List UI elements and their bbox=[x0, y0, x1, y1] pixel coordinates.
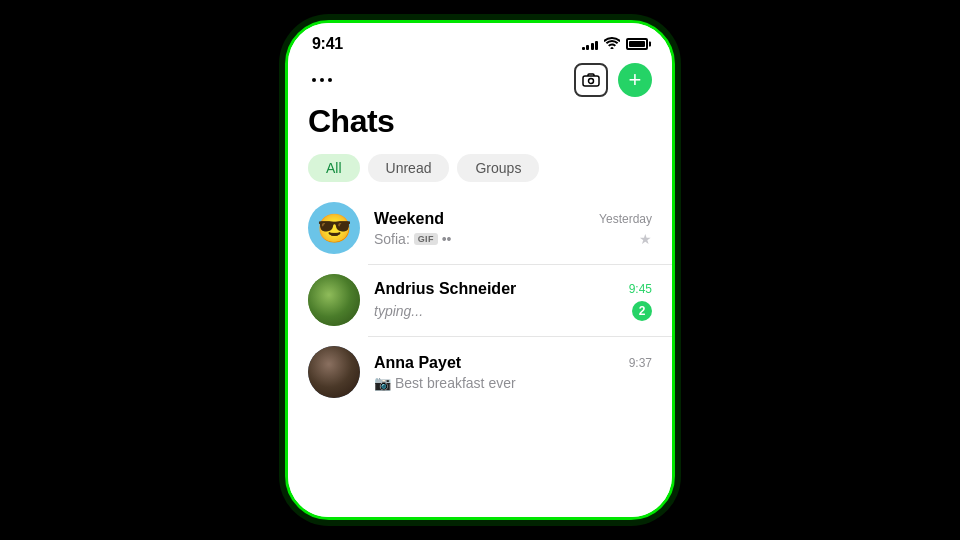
svg-rect-0 bbox=[583, 76, 599, 86]
avatar-anna bbox=[308, 346, 360, 398]
status-bar: 9:41 bbox=[288, 23, 672, 57]
chat-content-andrius: Andrius Schneider 9:45 typing... 2 bbox=[374, 280, 652, 321]
chat-preview-andrius: typing... bbox=[374, 303, 423, 319]
new-chat-button[interactable]: + bbox=[618, 63, 652, 97]
filter-tab-groups[interactable]: Groups bbox=[457, 154, 539, 182]
chat-list: 😎 Weekend Yesterday Sofia: GIF •• ★ bbox=[288, 192, 672, 517]
chat-time-anna: 9:37 bbox=[629, 356, 652, 370]
chat-bottom-weekend: Sofia: GIF •• ★ bbox=[374, 231, 652, 247]
camera-button[interactable] bbox=[574, 63, 608, 97]
status-icons bbox=[582, 36, 649, 52]
chat-name-anna: Anna Payet bbox=[374, 354, 461, 372]
chat-item-weekend[interactable]: 😎 Weekend Yesterday Sofia: GIF •• ★ bbox=[288, 192, 672, 264]
filter-tabs: All Unread Groups bbox=[288, 148, 672, 192]
chat-preview-anna: 📷 Best breakfast ever bbox=[374, 375, 516, 391]
chat-name-andrius: Andrius Schneider bbox=[374, 280, 516, 298]
filter-tab-unread[interactable]: Unread bbox=[368, 154, 450, 182]
more-options-button[interactable] bbox=[308, 74, 336, 86]
chat-name-weekend: Weekend bbox=[374, 210, 444, 228]
svg-point-1 bbox=[589, 79, 594, 84]
unread-badge-andrius: 2 bbox=[632, 301, 652, 321]
chat-time-weekend: Yesterday bbox=[599, 212, 652, 226]
gif-badge: GIF bbox=[414, 233, 438, 245]
phone-frame: 9:41 bbox=[285, 20, 675, 520]
status-time: 9:41 bbox=[312, 35, 343, 53]
header: + Chats bbox=[288, 57, 672, 148]
dot-icon bbox=[328, 78, 332, 82]
chat-bottom-andrius: typing... 2 bbox=[374, 301, 652, 321]
signal-bars-icon bbox=[582, 38, 599, 50]
battery-icon bbox=[626, 38, 648, 50]
header-actions: + bbox=[308, 63, 652, 97]
chat-item-andrius[interactable]: Andrius Schneider 9:45 typing... 2 bbox=[288, 264, 672, 336]
filter-tab-all[interactable]: All bbox=[308, 154, 360, 182]
chat-preview-weekend: Sofia: GIF •• bbox=[374, 231, 452, 247]
camera-icon bbox=[582, 73, 600, 87]
dot-icon bbox=[320, 78, 324, 82]
chat-item-anna[interactable]: Anna Payet 9:37 📷 Best breakfast ever bbox=[288, 336, 672, 408]
avatar-weekend: 😎 bbox=[308, 202, 360, 254]
chat-top-weekend: Weekend Yesterday bbox=[374, 210, 652, 228]
chat-content-anna: Anna Payet 9:37 📷 Best breakfast ever bbox=[374, 354, 652, 391]
wifi-icon bbox=[604, 36, 620, 52]
camera-preview-icon: 📷 bbox=[374, 375, 391, 391]
chat-content-weekend: Weekend Yesterday Sofia: GIF •• ★ bbox=[374, 210, 652, 247]
chat-time-andrius: 9:45 bbox=[629, 282, 652, 296]
dot-icon bbox=[312, 78, 316, 82]
header-right-actions: + bbox=[574, 63, 652, 97]
chat-top-andrius: Andrius Schneider 9:45 bbox=[374, 280, 652, 298]
avatar-andrius bbox=[308, 274, 360, 326]
chat-bottom-anna: 📷 Best breakfast ever bbox=[374, 375, 652, 391]
chat-top-anna: Anna Payet 9:37 bbox=[374, 354, 652, 372]
page-title: Chats bbox=[308, 103, 652, 140]
star-icon: ★ bbox=[639, 231, 652, 247]
chat-meta-andrius: 2 bbox=[632, 301, 652, 321]
chat-meta-weekend: ★ bbox=[639, 231, 652, 247]
